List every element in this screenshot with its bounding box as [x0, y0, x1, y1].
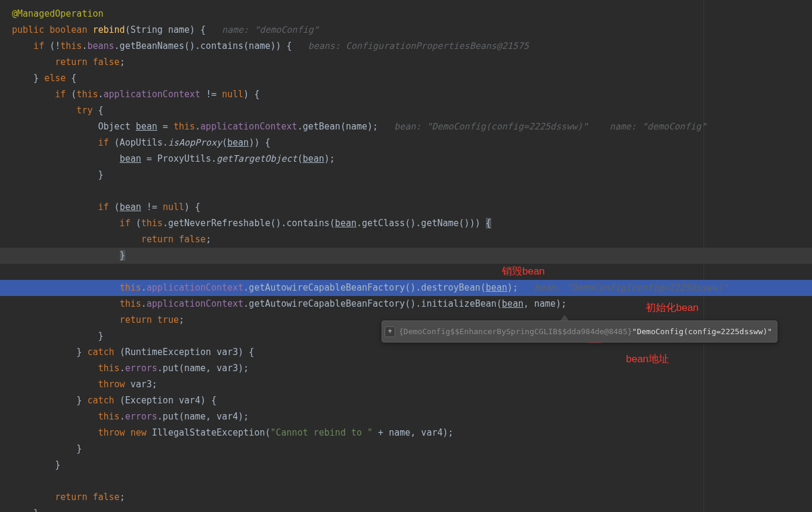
inline-hint: name: "demoConfig": [222, 24, 319, 35]
code-line[interactable]: } else {: [0, 70, 812, 87]
code-line[interactable]: [0, 183, 812, 199]
code-line[interactable]: this.errors.put(name, var4);: [0, 409, 812, 425]
code-line[interactable]: } catch (Exception var4) {: [0, 393, 812, 409]
code-line[interactable]: if (this.getNeverRefreshable().contains(…: [0, 215, 812, 232]
code-line[interactable]: if (this.applicationContext != null) {: [0, 87, 812, 103]
code-line[interactable]: try {: [0, 103, 812, 119]
tooltip-object: {DemoConfig$$EnhancerBySpringCGLIB$$dda9…: [399, 323, 632, 340]
inline-hint: bean: "DemoConfig(config=2225dssww)": [534, 282, 728, 293]
code-line[interactable]: }: [0, 441, 812, 457]
inline-hint: beans: ConfigurationPropertiesBeans@2157…: [308, 41, 529, 51]
code-line[interactable]: this.errors.put(name, var3);: [0, 360, 812, 377]
expand-icon[interactable]: +: [385, 326, 395, 337]
annotation: @ManagedOperation: [12, 8, 104, 19]
code-editor[interactable]: @ManagedOperation public boolean rebind(…: [0, 0, 812, 512]
inline-hint: bean: "DemoConfig(config=2225dssww)" nam…: [394, 121, 706, 132]
code-line[interactable]: [0, 264, 812, 280]
code-line[interactable]: }: [0, 167, 812, 183]
code-line[interactable]: bean = ProxyUtils.getTargetObject(bean);: [0, 151, 812, 167]
tooltip-arrow-icon: [560, 315, 569, 320]
code-line[interactable]: public boolean rebind(String name) { nam…: [0, 22, 812, 38]
code-line[interactable]: if (AopUtils.isAopProxy(bean)) {: [0, 135, 812, 151]
code-line-current[interactable]: }: [0, 248, 812, 264]
code-line[interactable]: [0, 473, 812, 489]
code-line[interactable]: if (bean != null) {: [0, 199, 812, 215]
debug-tooltip[interactable]: + {DemoConfig$$EnhancerBySpringCGLIB$$dd…: [382, 320, 777, 343]
code-line[interactable]: return false;: [0, 489, 812, 505]
code-line[interactable]: }: [0, 457, 812, 473]
code-line[interactable]: return false;: [0, 54, 812, 70]
code-line[interactable]: if (!this.beans.getBeanNames().contains(…: [0, 38, 812, 54]
tooltip-value: "DemoConfig(config=2225dssww)": [632, 323, 772, 340]
code-line[interactable]: this.applicationContext.getAutowireCapab…: [0, 296, 812, 312]
code-line-breakpoint[interactable]: this.applicationContext.getAutowireCapab…: [0, 280, 812, 296]
code-line[interactable]: } catch (RuntimeException var3) {: [0, 344, 812, 360]
code-line[interactable]: throw new IllegalStateException("Cannot …: [0, 425, 812, 441]
code-line[interactable]: @ManagedOperation: [0, 6, 812, 22]
code-line[interactable]: Object bean = this.applicationContext.ge…: [0, 119, 812, 135]
code-line[interactable]: throw var3;: [0, 377, 812, 393]
code-line[interactable]: }: [0, 505, 812, 512]
code-line[interactable]: return false;: [0, 232, 812, 248]
